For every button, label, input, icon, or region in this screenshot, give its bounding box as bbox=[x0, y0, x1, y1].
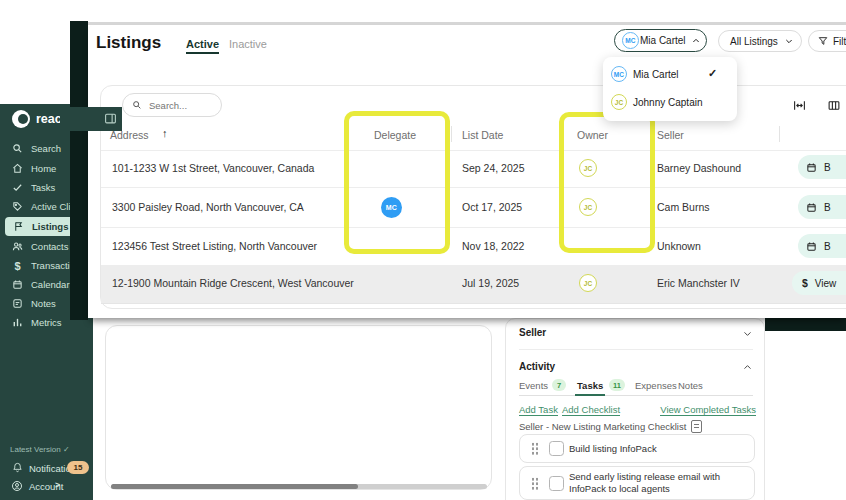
tab-active[interactable]: Active bbox=[186, 38, 219, 50]
dropdown-item-mia-cartel[interactable]: MC Mia Cartel ✓ bbox=[603, 61, 737, 87]
row-action-button[interactable]: $ View bbox=[792, 271, 846, 295]
scope-filter-button[interactable]: All Listings bbox=[718, 30, 802, 52]
page-title: Listings bbox=[96, 33, 161, 53]
divider bbox=[519, 349, 753, 350]
row-divider bbox=[101, 303, 846, 304]
checklist-icon[interactable] bbox=[691, 420, 702, 433]
search-box[interactable] bbox=[122, 93, 222, 117]
cell-address: 123456 Test Street Listing, North Vancou… bbox=[112, 240, 317, 252]
chevron-up-icon bbox=[692, 37, 700, 45]
calendar-icon bbox=[806, 241, 817, 252]
calendar-icon bbox=[806, 162, 817, 173]
chevron-down-icon bbox=[785, 37, 793, 45]
check-icon: ✓ bbox=[708, 67, 717, 80]
notifications-badge: 15 bbox=[67, 461, 89, 474]
sidebar-header-strip bbox=[60, 107, 122, 131]
dollar-icon: $ bbox=[12, 260, 23, 271]
fit-columns-icon[interactable] bbox=[792, 99, 807, 112]
add-task-link[interactable]: Add Task bbox=[519, 404, 558, 416]
table-row[interactable]: 101-1233 W 1st Street, Vancouver, Canada… bbox=[101, 150, 846, 187]
overlay-frame-left bbox=[70, 21, 88, 320]
sort-ascending-icon[interactable]: ↑ bbox=[162, 127, 168, 139]
active-tab-underline bbox=[575, 394, 605, 396]
row-action-button[interactable]: B bbox=[798, 234, 846, 258]
task-label: Build listing InfoPack bbox=[569, 443, 657, 454]
background-content-card bbox=[105, 325, 492, 490]
tab-inactive[interactable]: Inactive bbox=[229, 38, 267, 50]
flag-icon bbox=[13, 221, 24, 232]
activity-section-header[interactable]: Activity bbox=[506, 358, 766, 376]
row-action-label: View bbox=[815, 278, 837, 289]
dropdown-item-name: Johnny Captain bbox=[633, 97, 703, 108]
columns-settings-icon[interactable] bbox=[827, 99, 841, 112]
checklist-title: Seller - New Listing Marketing Checklist bbox=[519, 421, 686, 432]
search-input[interactable] bbox=[147, 99, 213, 112]
filter-button[interactable]: Filter bbox=[808, 30, 846, 52]
sidebar-item-label: Tasks bbox=[31, 182, 55, 193]
filter-label: Filter bbox=[833, 36, 846, 47]
cell-seller: Barney Dashound bbox=[657, 162, 741, 174]
table-row[interactable]: 12-1900 Mountain Ridge Crescent, West Va… bbox=[101, 265, 846, 303]
events-count: 7 bbox=[557, 381, 561, 390]
add-checklist-link[interactable]: Add Checklist bbox=[562, 404, 620, 416]
tab-expenses[interactable]: Expenses bbox=[635, 380, 677, 391]
dropdown-item-name: Mia Cartel bbox=[633, 69, 679, 80]
account-item[interactable]: Account > bbox=[0, 477, 93, 495]
collapse-sidebar-icon[interactable] bbox=[104, 112, 117, 125]
tab-tasks[interactable]: Tasks bbox=[577, 380, 603, 391]
table-row[interactable]: 123456 Test Street Listing, North Vancou… bbox=[101, 227, 846, 265]
checklist-title-row: Seller - New Listing Marketing Checklist bbox=[519, 420, 753, 433]
view-completed-tasks-link[interactable]: View Completed Tasks bbox=[660, 404, 756, 416]
cell-seller: Unknown bbox=[657, 240, 701, 252]
funnel-icon bbox=[818, 36, 828, 46]
sidebar-item-label: Listings bbox=[32, 221, 68, 232]
tab-active-underline bbox=[186, 52, 219, 54]
task-label: Send early listing release email with In… bbox=[569, 471, 747, 496]
check-icon bbox=[12, 182, 23, 193]
column-divider bbox=[779, 126, 780, 142]
sidebar-item-label: Home bbox=[31, 163, 56, 174]
tab-notes[interactable]: Notes bbox=[678, 380, 703, 391]
task-checkbox[interactable] bbox=[549, 441, 564, 456]
screenshot-root: reach Search Home Tasks Active Clients L… bbox=[0, 0, 846, 500]
seller-section-label: Seller bbox=[519, 327, 546, 338]
row-action-button[interactable]: B bbox=[798, 155, 846, 179]
agent-dropdown-menu: MC Mia Cartel ✓ JC Johnny Captain bbox=[603, 57, 737, 121]
sidebar-item-label: Calendar bbox=[31, 279, 70, 290]
notifications-item[interactable]: Notifications 15 bbox=[0, 459, 93, 477]
drag-handle-icon[interactable] bbox=[531, 442, 538, 455]
tasks-count: 11 bbox=[613, 381, 621, 390]
agent-filter-button[interactable]: MC Mia Cartel bbox=[614, 29, 707, 52]
cell-address: 12-1900 Mountain Ridge Crescent, West Va… bbox=[112, 277, 354, 289]
checklist-icon-line bbox=[694, 427, 699, 428]
tag-icon bbox=[12, 201, 23, 212]
cell-list-date: Jul 19, 2025 bbox=[462, 277, 519, 289]
owner-avatar: JC bbox=[579, 274, 597, 292]
cell-list-date: Nov 18, 2022 bbox=[462, 240, 524, 252]
cell-seller: Cam Burns bbox=[657, 201, 710, 213]
dropdown-item-johnny-captain[interactable]: JC Johnny Captain bbox=[603, 89, 737, 115]
cell-list-date: Sep 24, 2025 bbox=[462, 162, 524, 174]
bar-chart-icon bbox=[12, 317, 23, 328]
cell-list-date: Oct 17, 2025 bbox=[462, 201, 522, 213]
scope-filter-label: All Listings bbox=[730, 36, 778, 47]
tab-events[interactable]: Events bbox=[519, 380, 548, 391]
delegate-column-highlight bbox=[344, 111, 450, 254]
horizontal-scrollbar-thumb[interactable] bbox=[111, 484, 358, 489]
calendar-icon bbox=[12, 279, 23, 290]
row-action-button[interactable]: B bbox=[798, 195, 846, 219]
owner-column-highlight bbox=[559, 112, 655, 253]
people-icon bbox=[12, 241, 23, 252]
tabs-baseline bbox=[519, 395, 753, 396]
sidebar-item-label: Metrics bbox=[31, 317, 62, 328]
table-row[interactable]: 3300 Paisley Road, North Vancouver, CA M… bbox=[101, 187, 846, 227]
avatar: JC bbox=[611, 94, 627, 110]
task-checkbox[interactable] bbox=[549, 476, 564, 491]
drag-handle-icon[interactable] bbox=[531, 477, 538, 490]
row-action-label: B bbox=[824, 241, 831, 252]
activity-section-label: Activity bbox=[519, 361, 555, 372]
listing-detail-panel: Seller Activity Events 7 Tasks 11 Expens… bbox=[505, 318, 765, 500]
dollar-icon: $ bbox=[802, 277, 808, 289]
column-header-seller: Seller bbox=[657, 129, 684, 141]
seller-section-header[interactable]: Seller bbox=[506, 324, 766, 342]
